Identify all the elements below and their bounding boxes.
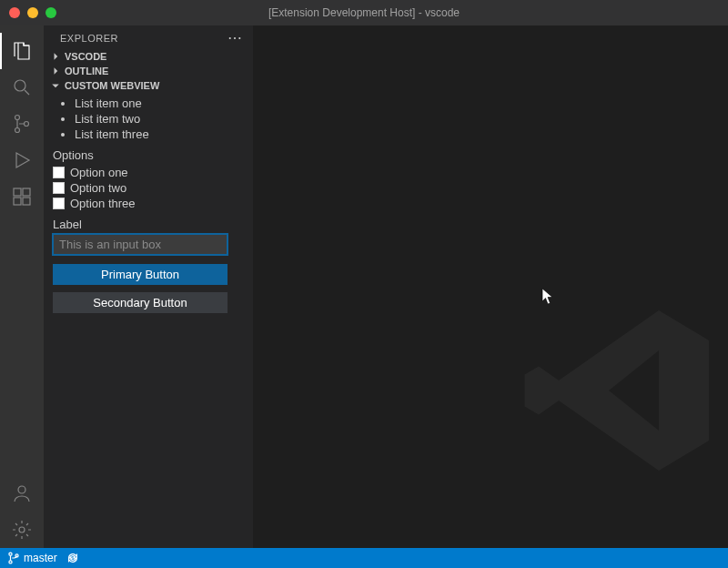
- more-actions-icon[interactable]: ⋯: [228, 35, 243, 42]
- search-icon[interactable]: [0, 69, 44, 106]
- explorer-icon[interactable]: [0, 33, 44, 69]
- section-label: OUTLINE: [65, 66, 108, 76]
- option-row: Option one: [53, 166, 244, 179]
- status-bar: master: [0, 548, 728, 568]
- window-controls: [0, 7, 56, 18]
- zoom-window-icon[interactable]: [46, 7, 56, 18]
- svg-point-9: [19, 527, 25, 532]
- minimize-window-icon[interactable]: [27, 7, 38, 18]
- section-label: VSCODE: [65, 51, 106, 62]
- input-label: Label: [53, 218, 244, 231]
- sidebar-title: EXPLORER: [60, 33, 118, 44]
- activity-bar: [0, 25, 44, 548]
- chevron-right-icon: [49, 51, 62, 62]
- svg-rect-6: [14, 198, 21, 205]
- options-heading: Options: [53, 148, 244, 162]
- option-label: Option three: [70, 197, 136, 210]
- list-item: List item one: [75, 96, 244, 112]
- git-branch-item[interactable]: master: [7, 552, 57, 564]
- extensions-icon[interactable]: [0, 178, 44, 215]
- checkbox[interactable]: [53, 182, 65, 194]
- window-title: [Extension Development Host] - vscode: [0, 6, 728, 19]
- section-outline[interactable]: OUTLINE: [44, 64, 253, 78]
- option-row: Option two: [53, 181, 244, 195]
- chevron-down-icon: [49, 80, 62, 91]
- primary-button[interactable]: Primary Button: [53, 264, 228, 285]
- svg-point-2: [15, 128, 20, 133]
- sidebar: EXPLORER ⋯ VSCODE OUTLINE CUSTOM WEBVIEW…: [44, 25, 253, 548]
- sync-item[interactable]: [66, 552, 79, 564]
- custom-webview-body: List item one List item two List item th…: [44, 93, 253, 324]
- list-item: List item three: [75, 127, 244, 143]
- settings-gear-icon[interactable]: [0, 512, 44, 548]
- branch-name: master: [24, 552, 57, 564]
- svg-point-3: [25, 122, 29, 127]
- section-vscode[interactable]: VSCODE: [44, 49, 253, 64]
- option-label: Option one: [70, 166, 128, 179]
- svg-point-1: [15, 116, 20, 120]
- svg-rect-7: [23, 198, 30, 205]
- vscode-watermark-icon: [519, 290, 719, 493]
- svg-point-10: [9, 553, 12, 555]
- option-label: Option two: [70, 181, 126, 195]
- titlebar: [Extension Development Host] - vscode: [0, 0, 728, 25]
- editor-area: [253, 25, 728, 548]
- svg-rect-4: [14, 188, 21, 196]
- chevron-right-icon: [49, 66, 62, 76]
- checkbox[interactable]: [53, 167, 65, 178]
- section-custom-webview[interactable]: CUSTOM WEBVIEW: [44, 78, 253, 93]
- svg-rect-5: [23, 188, 30, 196]
- text-input[interactable]: [53, 234, 228, 255]
- git-branch-icon: [7, 552, 20, 564]
- sync-icon: [66, 552, 79, 564]
- accounts-icon[interactable]: [0, 475, 44, 512]
- svg-point-11: [9, 561, 12, 563]
- close-window-icon[interactable]: [9, 7, 20, 18]
- svg-point-0: [15, 80, 25, 91]
- list-item: List item two: [75, 112, 244, 127]
- run-debug-icon[interactable]: [0, 142, 44, 178]
- checkbox[interactable]: [53, 198, 65, 209]
- svg-point-8: [18, 486, 25, 493]
- list: List item one List item two List item th…: [53, 96, 244, 143]
- secondary-button[interactable]: Secondary Button: [53, 292, 228, 313]
- option-row: Option three: [53, 197, 244, 210]
- section-label: CUSTOM WEBVIEW: [65, 80, 159, 91]
- scm-icon[interactable]: [0, 106, 44, 142]
